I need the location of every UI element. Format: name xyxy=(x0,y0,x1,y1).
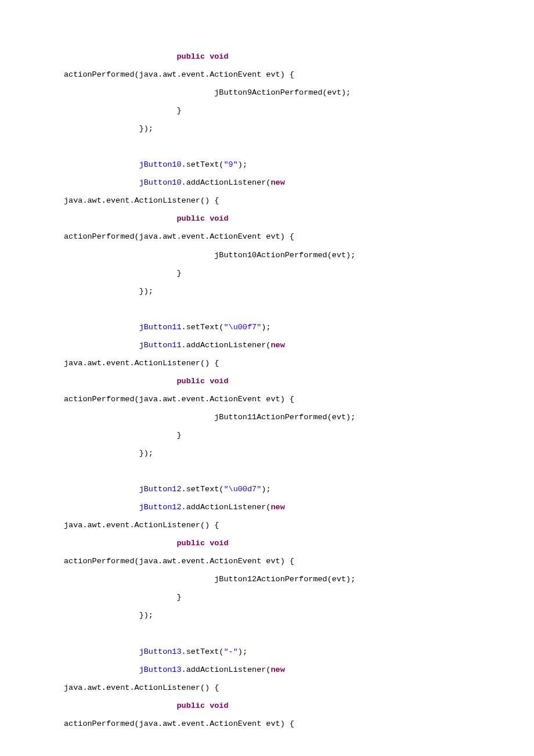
code-text: }); xyxy=(139,611,153,620)
code-text: actionPerformed(java.awt.event.ActionEve… xyxy=(64,70,294,79)
code-text: ); xyxy=(238,647,247,656)
code-text: } xyxy=(176,106,181,115)
code-text xyxy=(285,178,290,187)
code-text xyxy=(229,214,233,223)
code-indent xyxy=(64,160,139,169)
code-indent xyxy=(64,503,139,512)
keyword-new: new xyxy=(270,665,284,674)
field-jButton11: jButton11 xyxy=(139,323,182,332)
code-text: .addActionListener( xyxy=(182,341,271,350)
code-text: .setText( xyxy=(182,647,224,656)
code-indent xyxy=(64,665,139,674)
field-jButton12: jButton12 xyxy=(139,485,182,494)
code-indent xyxy=(64,647,139,656)
code-text: }); xyxy=(139,287,153,296)
code-indent xyxy=(64,323,139,332)
code-text xyxy=(205,539,210,548)
code-text xyxy=(285,665,290,674)
keyword-public: public xyxy=(176,539,205,548)
code-indent xyxy=(64,251,214,260)
code-text: }); xyxy=(139,124,153,133)
code-indent xyxy=(64,88,214,97)
code-text: jButton11ActionPerformed(evt); xyxy=(214,413,355,422)
code-text xyxy=(205,377,210,386)
code-text: .addActionListener( xyxy=(182,178,271,187)
code-text xyxy=(229,377,233,386)
code-block: public void actionPerformed(java.awt.eve… xyxy=(64,48,476,733)
code-indent xyxy=(64,214,176,223)
keyword-void: void xyxy=(210,377,228,386)
code-indent xyxy=(64,449,139,458)
code-text: }); xyxy=(139,449,153,458)
code-text: java.awt.event.ActionListener() { xyxy=(64,359,219,368)
code-indent xyxy=(64,431,176,440)
code-indent xyxy=(64,413,214,422)
code-page: public void actionPerformed(java.awt.eve… xyxy=(0,0,534,756)
code-text: ); xyxy=(238,160,247,169)
keyword-new: new xyxy=(270,178,284,187)
code-text: .setText( xyxy=(182,323,224,332)
code-indent xyxy=(64,287,139,296)
field-jButton13: jButton13 xyxy=(139,665,182,674)
code-text xyxy=(205,52,210,61)
code-text xyxy=(205,214,210,223)
string-literal: "\u00f7" xyxy=(223,323,261,332)
code-text: .setText( xyxy=(182,160,224,169)
code-text: } xyxy=(176,431,181,440)
code-text xyxy=(285,503,290,512)
code-text: java.awt.event.ActionListener() { xyxy=(64,521,219,530)
code-text: jButton12ActionPerformed(evt); xyxy=(214,575,355,584)
field-jButton11: jButton11 xyxy=(139,341,182,350)
field-jButton12: jButton12 xyxy=(139,503,182,512)
keyword-public: public xyxy=(176,52,205,61)
code-indent xyxy=(64,611,139,620)
keyword-new: new xyxy=(270,341,284,350)
code-text xyxy=(285,341,290,350)
code-text xyxy=(229,539,233,548)
code-text: java.awt.event.ActionListener() { xyxy=(64,196,219,205)
code-indent xyxy=(64,52,176,61)
code-text: java.awt.event.ActionListener() { xyxy=(64,683,219,692)
string-literal: "9" xyxy=(223,160,237,169)
code-indent xyxy=(64,106,176,115)
code-indent xyxy=(64,377,176,386)
code-text xyxy=(229,701,233,710)
code-indent xyxy=(64,701,176,710)
keyword-void: void xyxy=(210,701,228,710)
keyword-public: public xyxy=(176,701,205,710)
code-indent xyxy=(64,124,139,133)
code-indent xyxy=(64,575,214,584)
field-jButton13: jButton13 xyxy=(139,647,182,656)
code-text: .addActionListener( xyxy=(182,665,271,674)
string-literal: "-" xyxy=(223,647,237,656)
code-text: actionPerformed(java.awt.event.ActionEve… xyxy=(64,557,294,566)
code-text: ); xyxy=(261,323,270,332)
code-text: } xyxy=(176,269,181,278)
keyword-void: void xyxy=(210,214,228,223)
code-indent xyxy=(64,341,139,350)
string-literal: "\u00d7" xyxy=(223,485,261,494)
code-text xyxy=(229,52,233,61)
code-text: .addActionListener( xyxy=(182,503,271,512)
keyword-public: public xyxy=(176,377,205,386)
code-text: } xyxy=(176,593,181,602)
code-indent xyxy=(64,269,176,278)
code-text: jButton9ActionPerformed(evt); xyxy=(214,88,351,97)
keyword-void: void xyxy=(210,539,228,548)
keyword-void: void xyxy=(210,52,228,61)
code-text: actionPerformed(java.awt.event.ActionEve… xyxy=(64,719,294,728)
code-text: actionPerformed(java.awt.event.ActionEve… xyxy=(64,395,294,404)
keyword-public: public xyxy=(176,214,205,223)
code-text xyxy=(205,701,210,710)
keyword-new: new xyxy=(270,503,284,512)
code-indent xyxy=(64,485,139,494)
code-text: .setText( xyxy=(182,485,224,494)
code-text: ); xyxy=(261,485,270,494)
code-indent xyxy=(64,178,139,187)
code-text: actionPerformed(java.awt.event.ActionEve… xyxy=(64,232,294,241)
field-jButton10: jButton10 xyxy=(139,178,182,187)
code-indent xyxy=(64,539,176,548)
code-text: jButton10ActionPerformed(evt); xyxy=(214,251,355,260)
code-indent xyxy=(64,593,176,602)
field-jButton10: jButton10 xyxy=(139,160,182,169)
